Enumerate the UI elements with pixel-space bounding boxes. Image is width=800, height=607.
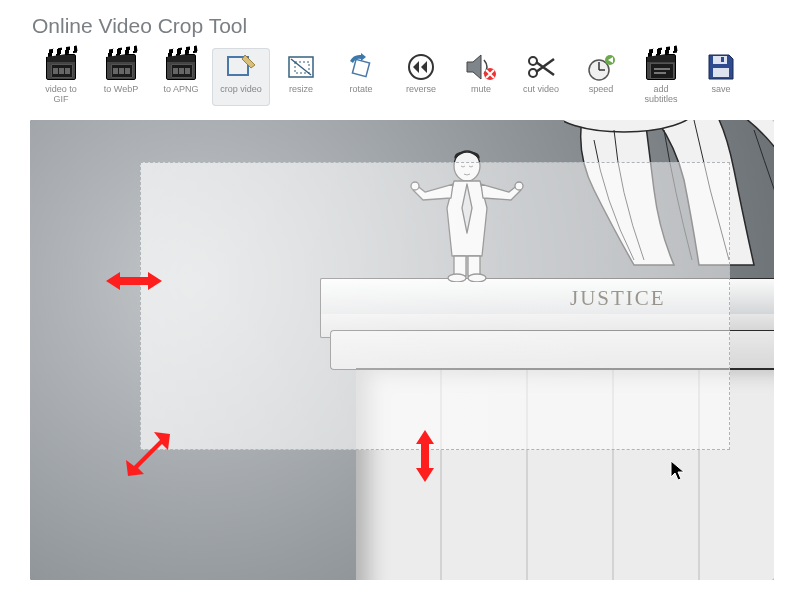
page-root: Online Video Crop Tool video to GIF to W… bbox=[0, 0, 800, 607]
tool-mute[interactable]: mute bbox=[452, 48, 510, 106]
clapper-icon bbox=[43, 52, 79, 82]
crop-handle-left[interactable] bbox=[106, 270, 162, 292]
tool-label: to APNG bbox=[163, 84, 198, 94]
rotate-icon bbox=[343, 52, 379, 82]
svg-rect-19 bbox=[468, 256, 480, 276]
reverse-icon bbox=[403, 52, 439, 82]
tool-label: video to GIF bbox=[45, 84, 77, 104]
tool-label: rotate bbox=[349, 84, 372, 94]
svg-rect-4 bbox=[352, 59, 369, 76]
tool-to-webp[interactable]: to WebP bbox=[92, 48, 150, 106]
tool-label: reverse bbox=[406, 84, 436, 94]
tool-label: speed bbox=[589, 84, 614, 94]
cursor-icon bbox=[670, 460, 688, 482]
tool-label: save bbox=[711, 84, 730, 94]
tool-label: resize bbox=[289, 84, 313, 94]
svg-rect-13 bbox=[713, 56, 727, 64]
tool-label: to WebP bbox=[104, 84, 138, 94]
man-illustration bbox=[407, 148, 527, 282]
tool-save[interactable]: save bbox=[692, 48, 750, 106]
statue-illustration bbox=[564, 120, 774, 290]
crop-handle-corner[interactable] bbox=[124, 430, 174, 480]
tool-cut-video[interactable]: cut video bbox=[512, 48, 570, 106]
scissors-icon bbox=[523, 52, 559, 82]
page-title: Online Video Crop Tool bbox=[32, 14, 782, 38]
clapper-icon bbox=[103, 52, 139, 82]
crop-handle-bottom[interactable] bbox=[414, 430, 436, 482]
speed-icon bbox=[583, 52, 619, 82]
tool-add-subtitles[interactable]: add subtitles bbox=[632, 48, 690, 106]
tool-crop-video[interactable]: crop video bbox=[212, 48, 270, 106]
tool-resize[interactable]: resize bbox=[272, 48, 330, 106]
tool-label: add subtitles bbox=[644, 84, 677, 104]
tool-label: crop video bbox=[220, 84, 262, 94]
tool-speed[interactable]: speed bbox=[572, 48, 630, 106]
clapper-icon bbox=[643, 52, 679, 82]
video-canvas[interactable]: JUSTICE bbox=[30, 120, 774, 580]
clapper-icon bbox=[163, 52, 199, 82]
svg-rect-18 bbox=[454, 256, 466, 276]
svg-point-22 bbox=[411, 182, 419, 190]
tool-rotate[interactable]: rotate bbox=[332, 48, 390, 106]
tool-reverse[interactable]: reverse bbox=[392, 48, 450, 106]
svg-point-20 bbox=[448, 274, 466, 282]
svg-rect-14 bbox=[721, 57, 724, 62]
resize-icon bbox=[283, 52, 319, 82]
tool-label: cut video bbox=[523, 84, 559, 94]
svg-rect-15 bbox=[713, 68, 729, 77]
svg-point-23 bbox=[515, 182, 523, 190]
mute-icon bbox=[463, 52, 499, 82]
save-icon bbox=[703, 52, 739, 82]
tool-label: mute bbox=[471, 84, 491, 94]
svg-point-21 bbox=[468, 274, 486, 282]
toolbar: video to GIF to WebP to APNG crop video bbox=[32, 48, 782, 112]
tool-video-to-gif[interactable]: video to GIF bbox=[32, 48, 90, 106]
plinth-illustration bbox=[320, 260, 774, 580]
svg-point-8 bbox=[529, 69, 537, 77]
svg-point-7 bbox=[529, 57, 537, 65]
tool-to-apng[interactable]: to APNG bbox=[152, 48, 210, 106]
crop-icon bbox=[223, 52, 259, 82]
